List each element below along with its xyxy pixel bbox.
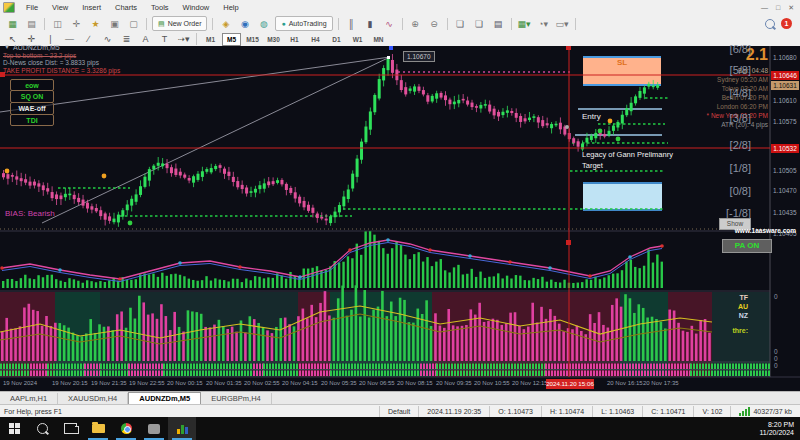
candles (2, 54, 659, 227)
traffic-value: 40327/37 kb (753, 408, 792, 415)
price-axis-label: 1.10575 (773, 118, 797, 125)
session-line-3: London 06:20 PM (717, 103, 768, 110)
time-label: 20 Nov 17:35 (643, 380, 679, 386)
toolbar-separator (212, 18, 213, 30)
toolbar-icon-1[interactable]: ▣ (106, 16, 123, 31)
status-segment-3: H: 1.10474 (541, 406, 592, 417)
stop-loss-label: SL (583, 58, 661, 67)
toolbar-icon-3[interactable]: ◍ (255, 16, 272, 31)
gann-label: [4/8] (730, 87, 751, 99)
time-label: 20 Nov 08:15 (397, 380, 433, 386)
time-label: 20 Nov 12:15 (512, 380, 548, 386)
toolbar-icon-4[interactable]: ▮ (362, 16, 379, 31)
chart-tab-xauusdm-h4[interactable]: XAUUSDm,H4 (58, 393, 128, 405)
taskbar-icon-photos[interactable] (140, 417, 168, 440)
draw-tool-icon-5[interactable]: ∿ (99, 33, 116, 46)
toolbar-separator (447, 18, 448, 30)
minimize-button[interactable]: — (761, 4, 768, 12)
toolbar-icon-7[interactable]: ▦▾ (516, 16, 533, 31)
restore-button[interactable]: □ (776, 4, 780, 12)
status-help-text: For Help, press F1 (0, 408, 379, 415)
taskbar-icon-mt4[interactable] (168, 417, 196, 440)
timeframe-h4[interactable]: H4 (306, 33, 325, 46)
taskbar-icon-explorer[interactable] (84, 417, 112, 440)
draw-tool-icon-3[interactable]: ― (61, 33, 78, 46)
close-button[interactable]: ✕ (788, 4, 794, 12)
new-order-button[interactable]: ▤New Order (152, 16, 207, 31)
toolbar-icon-1[interactable]: ▢ (125, 16, 142, 31)
toolbar-icon-0[interactable]: ▤ (23, 16, 40, 31)
status-segment-6: V: 102 (693, 406, 730, 417)
app-logo-icon (3, 2, 15, 13)
time-label: 19 Nov 2024 (3, 380, 37, 386)
toolbar-icon-5[interactable]: ⊖ (426, 16, 443, 31)
draw-tool-icon-8[interactable]: T (156, 33, 173, 46)
timeframe-mn[interactable]: MN (369, 33, 388, 46)
indicator-tag: thre: (732, 327, 748, 334)
draw-tool-icon-9[interactable]: ⇢▾ (175, 33, 192, 46)
toolbar-icon-1[interactable]: ◫ (49, 16, 66, 31)
chart-tab-eurgbpm-h4[interactable]: EURGBPm,H4 (201, 393, 272, 405)
toolbar-icon-3[interactable]: ◈ (217, 16, 234, 31)
toolbar-icon-1[interactable]: ★ (87, 16, 104, 31)
taskbar-clock[interactable]: 8:20 PM 11/20/2024 (759, 417, 800, 440)
new-order-icon: ▤ (158, 20, 165, 28)
pa-toggle-button[interactable]: PA ON (722, 239, 772, 253)
menu-item-insert[interactable]: Insert (75, 3, 108, 12)
timeframe-m1[interactable]: M1 (201, 33, 220, 46)
taskbar-icon-start[interactable] (0, 417, 28, 440)
menu-item-view[interactable]: View (45, 3, 75, 12)
timeframe-m5[interactable]: M5 (222, 33, 241, 46)
autotrading-label: AutoTrading (289, 20, 327, 27)
taskbar-icon-chrome[interactable] (112, 417, 140, 440)
side-button-tdi[interactable]: TDI (10, 114, 54, 126)
toolbar-icon-4[interactable]: ║ (343, 16, 360, 31)
autotrading-button[interactable]: ●AutoTrading (275, 16, 332, 31)
toolbar-icon-5[interactable]: ⊕ (407, 16, 424, 31)
toolbar-icon-0[interactable]: ▦ (4, 16, 21, 31)
menu-item-window[interactable]: Window (176, 3, 217, 12)
toolbar-icon-6[interactable]: ❏ (471, 16, 488, 31)
toolbar-icon-7[interactable]: ◔▾ (535, 16, 552, 31)
chart-area[interactable]: ▼ AUDNZDm,M5 Top to bottom = 23.2 pips D… (0, 46, 800, 378)
toolbar-icon-4[interactable]: ∿ (381, 16, 398, 31)
chart-tab-bar: AAPLm,H1XAUUSDm,H4AUDNZDm,M5EURGBPm,H4 (0, 391, 800, 405)
taskbar-icon-taskview[interactable] (56, 417, 84, 440)
toolbar-line-studies: ↖✛|―∕∿≣AT⇢▾M1M5M15M30H1H4D1W1MN (0, 32, 800, 47)
time-label: 20 Nov 01:35 (206, 380, 242, 386)
draw-tool-icon-7[interactable]: A (137, 33, 154, 46)
timeframe-m30[interactable]: M30 (264, 33, 283, 46)
search-icon[interactable] (765, 19, 775, 29)
draw-tool-icon-6[interactable]: ≣ (118, 33, 135, 46)
time-label: 20 Nov 00:15 (167, 380, 203, 386)
notification-badge[interactable]: 1 (781, 18, 792, 29)
toolbar-separator (575, 18, 576, 30)
chart-collapse-icon[interactable]: ▼ (4, 44, 10, 50)
time-label: 20 Nov 10:55 (474, 380, 510, 386)
toolbar-icon-1[interactable]: ✛ (68, 16, 85, 31)
timeframe-m15[interactable]: M15 (243, 33, 262, 46)
new-order-label: New Order (168, 20, 202, 27)
toolbar-icon-3[interactable]: ◉ (236, 16, 253, 31)
toolbar-icon-6[interactable]: ▤ (490, 16, 507, 31)
menu-item-tools[interactable]: Tools (144, 3, 176, 12)
menu-item-help[interactable]: Help (216, 3, 245, 12)
timeframe-w1[interactable]: W1 (348, 33, 367, 46)
menu-item-charts[interactable]: Charts (108, 3, 144, 12)
draw-tool-icon-4[interactable]: ∕ (80, 33, 97, 46)
taskbar-icon-search[interactable] (28, 417, 56, 440)
toolbar-icon-7[interactable]: ▭▾ (554, 16, 571, 31)
toolbar-separator (338, 18, 339, 30)
indicator-tag: AU (738, 303, 748, 310)
timeframe-d1[interactable]: D1 (327, 33, 346, 46)
toolbar-separator (196, 33, 197, 45)
status-segment-5: C: 1.10471 (642, 406, 693, 417)
toolbar-icon-6[interactable]: ❏ (452, 16, 469, 31)
time-label: 20 Nov 16:15 (607, 380, 643, 386)
menu-item-file[interactable]: File (19, 3, 45, 12)
price-chart (0, 46, 800, 378)
timeframe-h1[interactable]: H1 (285, 33, 304, 46)
toolbar-separator (44, 18, 45, 30)
indicator-tag: NZ (739, 312, 748, 319)
chart-tab-aaplm-h1[interactable]: AAPLm,H1 (0, 393, 58, 405)
